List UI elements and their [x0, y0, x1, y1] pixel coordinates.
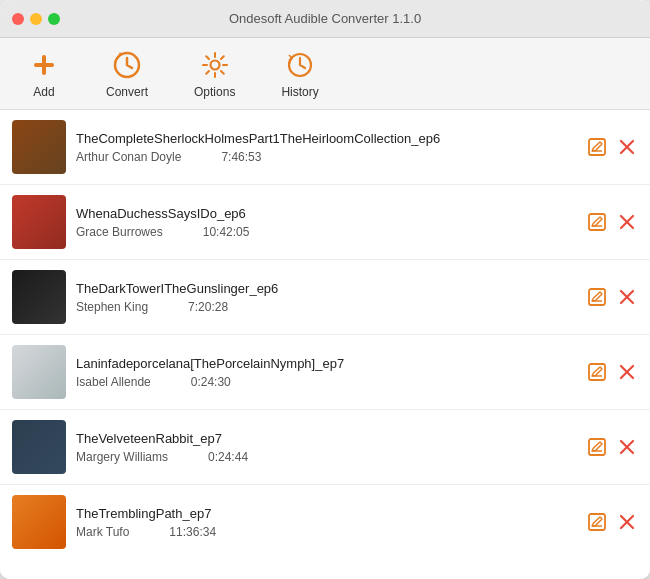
remove-button[interactable] — [616, 136, 638, 158]
add-icon — [28, 49, 60, 81]
svg-rect-13 — [589, 289, 605, 305]
item-info: TheCompleteSherlockHolmesPart1TheHeirloo… — [76, 131, 576, 164]
toolbar: Add Convert Options — [0, 38, 650, 110]
item-author: Arthur Conan Doyle — [76, 150, 181, 164]
content-list: TheCompleteSherlockHolmesPart1TheHeirloo… — [0, 110, 650, 579]
app-window: Ondesoft Audible Converter 1.1.0 Add — [0, 0, 650, 579]
remove-button[interactable] — [616, 511, 638, 533]
item-author: Isabel Allende — [76, 375, 151, 389]
item-actions — [586, 286, 638, 308]
close-button[interactable] — [12, 13, 24, 25]
svg-rect-1 — [42, 55, 46, 75]
convert-icon — [111, 49, 143, 81]
list-item: Laninfadeporcelana[ThePorcelainNymph]_ep… — [0, 335, 650, 410]
history-toolbar-item[interactable]: History — [273, 45, 326, 103]
item-author: Mark Tufo — [76, 525, 129, 539]
item-actions — [586, 136, 638, 158]
remove-button[interactable] — [616, 286, 638, 308]
item-title: TheDarkTowerITheGunslinger_ep6 — [76, 281, 576, 296]
history-icon — [284, 49, 316, 81]
list-item: TheVelveteenRabbit_ep7 Margery Williams … — [0, 410, 650, 485]
item-duration: 7:46:53 — [221, 150, 261, 164]
item-author: Margery Williams — [76, 450, 168, 464]
list-item: WhenaDuchessSaysIDo_ep6 Grace Burrowes 1… — [0, 185, 650, 260]
item-actions — [586, 511, 638, 533]
item-duration: 0:24:30 — [191, 375, 231, 389]
item-meta: Grace Burrowes 10:42:05 — [76, 225, 576, 239]
item-title: WhenaDuchessSaysIDo_ep6 — [76, 206, 576, 221]
item-title: TheCompleteSherlockHolmesPart1TheHeirloo… — [76, 131, 576, 146]
item-duration: 7:20:28 — [188, 300, 228, 314]
svg-rect-17 — [589, 364, 605, 380]
traffic-lights — [12, 13, 60, 25]
svg-rect-5 — [589, 139, 605, 155]
options-label: Options — [194, 85, 235, 99]
item-duration: 11:36:34 — [169, 525, 216, 539]
remove-button[interactable] — [616, 361, 638, 383]
item-meta: Mark Tufo 11:36:34 — [76, 525, 576, 539]
options-toolbar-item[interactable]: Options — [186, 45, 243, 103]
edit-button[interactable] — [586, 286, 608, 308]
item-info: TheDarkTowerITheGunslinger_ep6 Stephen K… — [76, 281, 576, 314]
svg-rect-25 — [589, 514, 605, 530]
item-title: Laninfadeporcelana[ThePorcelainNymph]_ep… — [76, 356, 576, 371]
window-title: Ondesoft Audible Converter 1.1.0 — [229, 11, 421, 26]
cover-art — [12, 345, 66, 399]
item-info: Laninfadeporcelana[ThePorcelainNymph]_ep… — [76, 356, 576, 389]
list-item: TheCompleteSherlockHolmesPart1TheHeirloo… — [0, 110, 650, 185]
cover-art — [12, 120, 66, 174]
cover-art — [12, 495, 66, 549]
item-info: TheVelveteenRabbit_ep7 Margery Williams … — [76, 431, 576, 464]
item-meta: Stephen King 7:20:28 — [76, 300, 576, 314]
list-item: TheTremblingPath_ep7 Mark Tufo 11:36:34 — [0, 485, 650, 559]
item-title: TheTremblingPath_ep7 — [76, 506, 576, 521]
remove-button[interactable] — [616, 436, 638, 458]
edit-button[interactable] — [586, 511, 608, 533]
edit-button[interactable] — [586, 436, 608, 458]
item-actions — [586, 211, 638, 233]
options-icon — [199, 49, 231, 81]
convert-toolbar-item[interactable]: Convert — [98, 45, 156, 103]
item-author: Grace Burrowes — [76, 225, 163, 239]
svg-point-3 — [210, 60, 219, 69]
svg-rect-21 — [589, 439, 605, 455]
item-author: Stephen King — [76, 300, 148, 314]
item-actions — [586, 361, 638, 383]
item-meta: Arthur Conan Doyle 7:46:53 — [76, 150, 576, 164]
edit-button[interactable] — [586, 361, 608, 383]
item-info: WhenaDuchessSaysIDo_ep6 Grace Burrowes 1… — [76, 206, 576, 239]
svg-rect-9 — [589, 214, 605, 230]
minimize-button[interactable] — [30, 13, 42, 25]
cover-art — [12, 195, 66, 249]
add-toolbar-item[interactable]: Add — [20, 45, 68, 103]
convert-label: Convert — [106, 85, 148, 99]
cover-art — [12, 420, 66, 474]
item-meta: Margery Williams 0:24:44 — [76, 450, 576, 464]
item-actions — [586, 436, 638, 458]
item-duration: 0:24:44 — [208, 450, 248, 464]
item-title: TheVelveteenRabbit_ep7 — [76, 431, 576, 446]
title-bar: Ondesoft Audible Converter 1.1.0 — [0, 0, 650, 38]
list-item: TheDarkTowerITheGunslinger_ep6 Stephen K… — [0, 260, 650, 335]
remove-button[interactable] — [616, 211, 638, 233]
item-duration: 10:42:05 — [203, 225, 250, 239]
history-label: History — [281, 85, 318, 99]
add-label: Add — [33, 85, 54, 99]
edit-button[interactable] — [586, 211, 608, 233]
edit-button[interactable] — [586, 136, 608, 158]
item-meta: Isabel Allende 0:24:30 — [76, 375, 576, 389]
cover-art — [12, 270, 66, 324]
item-info: TheTremblingPath_ep7 Mark Tufo 11:36:34 — [76, 506, 576, 539]
maximize-button[interactable] — [48, 13, 60, 25]
